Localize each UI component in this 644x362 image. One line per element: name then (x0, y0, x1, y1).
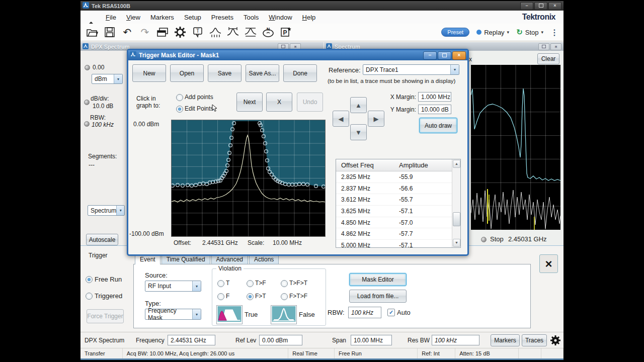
violation-t-label[interactable]: T (226, 280, 229, 287)
violation-f-label[interactable]: F (226, 293, 229, 300)
nudge-down-button[interactable]: ▼ (350, 124, 367, 140)
knob-icon[interactable] (481, 237, 487, 242)
scroll-up-icon[interactable]: ▲ (453, 160, 460, 168)
close-icon[interactable]: × (550, 43, 561, 50)
violation-t-radio[interactable] (217, 280, 224, 287)
run-stop-control[interactable]: ↻ Stop▾ (516, 28, 543, 37)
chevron-down-icon[interactable]: ▾ (114, 74, 122, 83)
chevron-down-icon[interactable]: ▾ (450, 65, 459, 74)
auto-checkbox[interactable]: ✓ (387, 309, 395, 316)
preset-marker-icon[interactable]: P (279, 26, 292, 39)
span-field[interactable]: 10.00 MHz (351, 335, 392, 345)
add-points-radio[interactable] (176, 94, 183, 101)
menu-window[interactable]: Window (264, 12, 297, 23)
table-row[interactable]: 4.862 MHz-57.7 (336, 228, 453, 240)
violation-tft-radio[interactable] (281, 280, 288, 287)
replay-control[interactable]: Replay▾ (476, 29, 509, 36)
auto-draw-button[interactable]: Auto draw (419, 118, 457, 133)
edit-points-radio[interactable] (176, 106, 183, 113)
save-button[interactable]: Save (208, 64, 242, 82)
scrollbar-thumb[interactable] (453, 212, 460, 226)
stop-freq-value[interactable]: 2.45031 GHz (508, 235, 547, 243)
next-button[interactable]: Next (236, 93, 263, 112)
mask-editor-graph[interactable] (171, 120, 326, 237)
menu-file[interactable]: File (101, 12, 121, 23)
waveform-levels-icon[interactable] (244, 26, 257, 39)
chevron-down-icon[interactable]: ▾ (541, 30, 543, 35)
col-offset-freq[interactable]: Offset Freq (336, 161, 394, 169)
menu-markers[interactable]: Markers (145, 12, 179, 23)
mask-editor-button[interactable]: Mask Editor (349, 273, 407, 286)
load-from-file-button[interactable]: Load from file... (349, 290, 407, 303)
ref-level-value[interactable]: 0.00 (93, 64, 104, 71)
markers-button[interactable]: Markers (491, 334, 520, 346)
overflow-menu-icon[interactable]: ⋮ (550, 28, 558, 37)
tab-advanced[interactable]: Advanced (211, 254, 248, 264)
knob-icon[interactable] (85, 65, 90, 70)
col-amplitude[interactable]: Amplitude (394, 161, 428, 169)
ref-lev-field[interactable]: 0.00 dBm (259, 335, 302, 345)
chevron-down-icon[interactable]: ▾ (507, 30, 510, 35)
type-select[interactable]: Frequency Mask▾ (145, 309, 201, 320)
spectrum-avg-icon[interactable] (209, 26, 222, 39)
force-trigger-button[interactable]: Force Trigger (87, 309, 124, 323)
eject-icon[interactable] (88, 14, 97, 20)
edit-points-label[interactable]: Edit Points (185, 105, 213, 112)
redo-icon[interactable]: ↷ (138, 26, 151, 39)
menu-view[interactable]: View (121, 12, 145, 23)
x-margin-field[interactable]: 1.000 MHz (418, 92, 451, 102)
tab-time-qualified[interactable]: Time Qualified (162, 254, 210, 264)
open-icon[interactable] (86, 26, 99, 39)
knob-icon[interactable] (84, 121, 90, 127)
knob-icon[interactable] (84, 100, 90, 105)
res-bw-field[interactable]: 100 kHz (432, 335, 479, 345)
close-icon[interactable]: × (452, 51, 466, 60)
db-div-value[interactable]: 10.0 dB (93, 103, 113, 110)
new-button[interactable]: New (132, 64, 166, 82)
delete-point-button[interactable]: X (266, 93, 292, 112)
text-marker-icon[interactable]: T (191, 26, 204, 39)
undo-button[interactable]: Undo (297, 93, 323, 112)
open-button[interactable]: Open (170, 64, 204, 82)
scroll-down-icon[interactable]: ▼ (453, 239, 460, 247)
violation-ftf-label[interactable]: F>T>F (289, 293, 307, 300)
spectrum-graph[interactable] (471, 65, 560, 230)
dialog-titlebar[interactable]: Trigger Mask Editor - Mask1 – × (128, 50, 467, 60)
rbw-value[interactable]: 100 kHz (92, 121, 114, 128)
clear-button[interactable]: Clear (537, 53, 559, 64)
violation-tf-label[interactable]: T>F (255, 280, 266, 287)
save-as-button[interactable]: Save As... (246, 64, 279, 82)
tab-event[interactable]: Event (135, 254, 160, 264)
save-icon[interactable] (103, 26, 116, 39)
maximize-icon[interactable] (438, 51, 451, 60)
source-select[interactable]: RF Input▾ (145, 281, 201, 292)
close-trigger-panel-button[interactable]: × (539, 254, 558, 273)
free-run-label[interactable]: Free Run (95, 276, 122, 283)
menu-help[interactable]: Help (297, 12, 321, 23)
table-row[interactable]: 3.625 MHz-57.1 (336, 206, 453, 217)
menu-presets[interactable]: Presets (206, 12, 238, 23)
frequency-field[interactable]: 2.44531 GHz (168, 335, 215, 345)
tab-actions[interactable]: Actions (249, 254, 279, 264)
traces-button[interactable]: Traces (522, 334, 547, 346)
violation-tft-label[interactable]: T>F>T (289, 280, 307, 287)
minimize-icon[interactable]: – (520, 2, 533, 10)
chevron-down-icon[interactable]: ▾ (192, 309, 201, 319)
free-run-radio[interactable] (86, 276, 93, 283)
menu-tools[interactable]: Tools (238, 12, 264, 23)
chevron-down-icon[interactable]: ▾ (192, 281, 201, 291)
chevron-down-icon[interactable]: ▾ (116, 206, 124, 215)
violation-tf-radio[interactable] (247, 280, 254, 287)
violation-ft-label[interactable]: F>T (255, 293, 266, 300)
display-settings-gear-icon[interactable] (549, 334, 561, 348)
waveform-peak-icon[interactable] (226, 26, 239, 39)
triggered-radio[interactable] (86, 293, 93, 300)
add-points-label[interactable]: Add points (185, 94, 213, 101)
table-row[interactable]: 2.837 MHz-56.6 (336, 183, 453, 195)
displays-icon[interactable] (156, 26, 169, 39)
reference-select[interactable]: DPX Trace1▾ (363, 64, 459, 75)
triggered-label[interactable]: Triggered (95, 292, 122, 300)
table-row[interactable]: 2.825 MHz-55.9 (336, 171, 453, 183)
autoscale-button[interactable]: Autoscale (86, 234, 118, 245)
table-row[interactable]: 5.000 MHz-57.1 (336, 240, 453, 251)
